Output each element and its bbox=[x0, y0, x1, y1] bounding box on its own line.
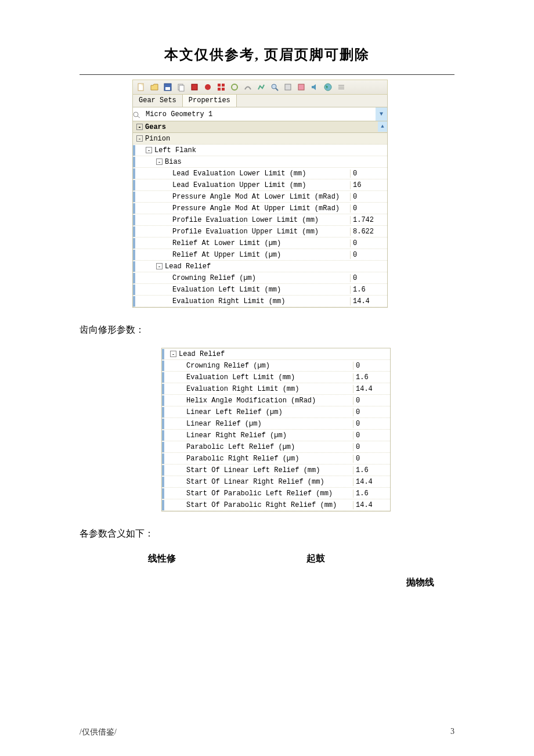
bias-row[interactable]: -Bias bbox=[133, 156, 387, 168]
grid-red-icon[interactable] bbox=[215, 81, 227, 93]
expander-icon[interactable]: - bbox=[170, 351, 176, 357]
bracket-red-icon[interactable] bbox=[189, 81, 200, 93]
param-row[interactable]: Crowning Relief (µm)0 bbox=[133, 272, 387, 284]
param-row[interactable]: Start Of Linear Right Relief (mm)14.4 bbox=[162, 476, 390, 488]
page-header-title: 本文仅供参考, 页眉页脚可删除 bbox=[0, 0, 534, 64]
param-label: Evaluation Right Limit (mm) bbox=[133, 297, 350, 305]
param-value[interactable]: 0 bbox=[353, 431, 390, 440]
param-value[interactable]: 0 bbox=[350, 170, 387, 178]
param-value[interactable]: 0 bbox=[353, 362, 390, 370]
param-row[interactable]: Relief At Upper Limit (µm)0 bbox=[133, 249, 387, 261]
dropdown-arrow-icon[interactable]: ▼ bbox=[376, 107, 387, 121]
param-label: Pressure Angle Mod At Upper Limit (mRad) bbox=[133, 204, 350, 213]
gears-header-row[interactable]: -Gears bbox=[133, 121, 387, 133]
svg-rect-9 bbox=[218, 88, 221, 91]
svg-point-11 bbox=[232, 84, 237, 90]
micro-geometry-dropdown[interactable]: Micro Geometry 1 ▼ bbox=[132, 107, 388, 121]
left-flank-row[interactable]: -Left Flank bbox=[133, 145, 387, 156]
param-value[interactable]: 0 bbox=[350, 204, 387, 213]
param-value[interactable]: 0 bbox=[350, 193, 387, 201]
legend-linear: 线性修 bbox=[148, 553, 176, 565]
param-row[interactable]: Start Of Parabolic Left Relief (mm)1.6 bbox=[162, 488, 390, 499]
param-row[interactable]: Lead Evaluation Upper Limit (mm)16 bbox=[133, 179, 387, 191]
svg-rect-4 bbox=[179, 85, 184, 91]
svg-rect-5 bbox=[192, 84, 197, 90]
save-icon[interactable] bbox=[162, 81, 174, 93]
param-value[interactable]: 0 bbox=[353, 443, 390, 451]
lead-relief-row[interactable]: -Lead Relief bbox=[133, 261, 387, 272]
param-value[interactable]: 1.6 bbox=[353, 489, 390, 498]
param-value[interactable]: 16 bbox=[350, 181, 387, 189]
expander-icon[interactable]: - bbox=[156, 263, 163, 269]
expander-icon[interactable]: - bbox=[146, 147, 152, 153]
param-value[interactable]: 14.4 bbox=[353, 385, 390, 393]
param-value[interactable]: 14.4 bbox=[353, 501, 390, 509]
param-row[interactable]: Linear Left Relief (µm)0 bbox=[162, 406, 390, 418]
param-value[interactable]: 14.4 bbox=[350, 297, 387, 305]
param-row[interactable]: Profile Evaluation Lower Limit (mm)1.742 bbox=[133, 214, 387, 226]
param-value[interactable]: 14.4 bbox=[353, 478, 390, 486]
tab-properties[interactable]: Properties bbox=[183, 95, 237, 107]
param-row[interactable]: Start Of Parabolic Right Relief (mm)14.4 bbox=[162, 499, 390, 511]
tool-a-icon[interactable] bbox=[282, 81, 294, 93]
param-value[interactable]: 0 bbox=[350, 251, 387, 259]
param-row[interactable]: Pressure Angle Mod At Upper Limit (mRad)… bbox=[133, 203, 387, 214]
param-value[interactable]: 1.6 bbox=[353, 373, 390, 381]
tool-b-icon[interactable] bbox=[295, 81, 307, 93]
lead-relief-label: Lead Relief bbox=[165, 262, 211, 271]
connector-icon[interactable] bbox=[255, 81, 267, 93]
expander-icon[interactable]: - bbox=[136, 135, 143, 142]
param-row[interactable]: Evaluation Right Limit (mm)14.4 bbox=[133, 296, 387, 307]
param-value[interactable]: 0 bbox=[350, 274, 387, 282]
center-red-icon[interactable] bbox=[202, 81, 214, 93]
param-row[interactable]: Evaluation Left Limit (mm)1.6 bbox=[133, 284, 387, 296]
param-value[interactable]: 0 bbox=[353, 408, 390, 416]
param-row[interactable]: Evaluation Left Limit (mm)1.6 bbox=[162, 372, 390, 383]
copy-icon[interactable] bbox=[175, 81, 187, 93]
pinion-row[interactable]: -Pinion bbox=[133, 133, 387, 145]
zoom-icon[interactable] bbox=[269, 81, 280, 93]
param-value[interactable]: 0 bbox=[353, 455, 390, 463]
arc-icon[interactable] bbox=[242, 81, 254, 93]
param-row[interactable]: Parabolic Right Relief (µm)0 bbox=[162, 453, 390, 465]
param-row[interactable]: Lead Evaluation Lower Limit (mm)0 bbox=[133, 168, 387, 179]
param-row[interactable]: Start Of Linear Left Relief (mm)1.6 bbox=[162, 465, 390, 476]
param-label: Relief At Lower Limit (µm) bbox=[133, 239, 350, 247]
open-file-icon[interactable] bbox=[149, 81, 160, 93]
param-value[interactable]: 1.6 bbox=[353, 466, 390, 474]
param-row[interactable]: Pressure Angle Mod At Lower Limit (mRad)… bbox=[133, 191, 387, 203]
param-row[interactable]: Crowning Relief (µm)0 bbox=[162, 360, 390, 372]
param-value[interactable]: 0 bbox=[353, 420, 390, 428]
param-row[interactable]: Evaluation Right Limit (mm)14.4 bbox=[162, 383, 390, 395]
footer-page-number: 3 bbox=[450, 727, 454, 737]
param-value[interactable]: 1.6 bbox=[350, 286, 387, 294]
param-row[interactable]: Profile Evaluation Upper Limit (mm)8.622 bbox=[133, 226, 387, 237]
param-row[interactable]: Linear Relief (µm)0 bbox=[162, 418, 390, 430]
list-icon[interactable] bbox=[335, 81, 347, 93]
expander-icon[interactable]: - bbox=[156, 159, 163, 165]
param-row[interactable]: Relief At Lower Limit (µm)0 bbox=[133, 237, 387, 249]
globe-icon[interactable] bbox=[322, 81, 334, 93]
swirl-icon[interactable] bbox=[229, 81, 240, 93]
svg-rect-2 bbox=[165, 87, 170, 90]
body-text-1: 齿向修形参数： bbox=[80, 324, 534, 336]
micro-geometry-icon bbox=[133, 111, 141, 118]
param-row[interactable]: Linear Right Relief (µm)0 bbox=[162, 430, 390, 441]
param-value[interactable]: 0 bbox=[350, 239, 387, 247]
param-row[interactable]: Helix Angle Modification (mRad)0 bbox=[162, 395, 390, 406]
param-value[interactable]: 8.622 bbox=[350, 228, 387, 236]
dropdown-label: Micro Geometry 1 bbox=[143, 110, 376, 118]
scroll-up-icon[interactable]: ▲ bbox=[378, 121, 387, 132]
param-label: Start Of Parabolic Left Relief (mm) bbox=[162, 489, 353, 498]
param-value[interactable]: 0 bbox=[353, 397, 390, 405]
param-value[interactable]: 1.742 bbox=[350, 216, 387, 224]
lead-relief-row[interactable]: -Lead Relief bbox=[162, 348, 390, 360]
tab-gear-sets[interactable]: Gear Sets bbox=[133, 95, 183, 107]
new-file-icon[interactable] bbox=[135, 81, 147, 93]
svg-rect-7 bbox=[218, 84, 221, 87]
expander-icon[interactable]: - bbox=[136, 124, 143, 130]
bias-label: Bias bbox=[165, 158, 182, 166]
param-row[interactable]: Parabolic Left Relief (µm)0 bbox=[162, 441, 390, 453]
param-label: Evaluation Left Limit (mm) bbox=[162, 373, 353, 381]
sound-icon[interactable] bbox=[309, 81, 320, 93]
